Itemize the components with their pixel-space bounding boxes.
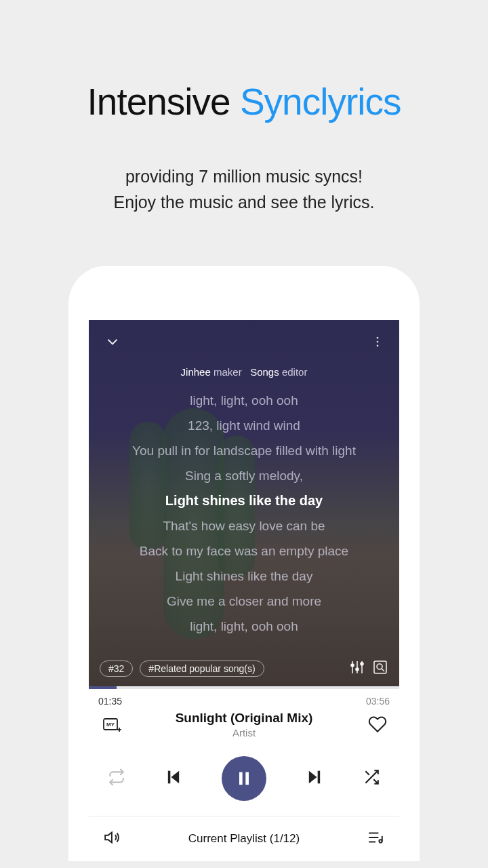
hero-sub-line1: providing 7 million music syncs! xyxy=(0,164,488,190)
current-playlist-button[interactable]: Current Playlist (1/12) xyxy=(188,832,300,846)
svg-marker-20 xyxy=(309,771,317,784)
tag-chip[interactable]: #Related popular song(s) xyxy=(140,660,264,677)
svg-marker-16 xyxy=(171,771,180,784)
shuffle-button[interactable] xyxy=(363,768,380,789)
lyrics-search-button[interactable] xyxy=(372,659,388,678)
lyric-line-current: Light shines like the day xyxy=(102,488,386,513)
lyric-line: light, light, ooh ooh xyxy=(102,388,386,413)
lyric-line: Back to my face was an empty place xyxy=(102,538,386,564)
phone-frame: Jinhee maker Songs editor light, light, … xyxy=(68,266,420,861)
svg-point-10 xyxy=(377,664,382,669)
svg-point-0 xyxy=(377,337,379,339)
now-playing: MY Sunlight (Original Mix) Artist xyxy=(89,711,399,738)
svg-rect-17 xyxy=(168,771,171,784)
svg-point-8 xyxy=(361,663,363,665)
playlist-queue-button[interactable] xyxy=(367,829,384,849)
meta-author: Jinhee xyxy=(181,366,211,378)
album-cover-area: Jinhee maker Songs editor light, light, … xyxy=(89,320,399,686)
equalizer-button[interactable] xyxy=(349,659,365,678)
lyric-line: You pull in for landscape filled with li… xyxy=(102,438,386,463)
app-screen: Jinhee maker Songs editor light, light, … xyxy=(89,320,399,861)
progress-bar[interactable] xyxy=(89,686,399,689)
lyric-line: Sing a softly melody, xyxy=(102,463,386,488)
playback-controls xyxy=(89,738,399,816)
svg-rect-21 xyxy=(318,771,321,784)
collapse-player-button[interactable] xyxy=(104,333,121,351)
lyrics-meta: Jinhee maker Songs editor xyxy=(89,366,399,378)
meta-role: maker xyxy=(214,366,242,378)
svg-rect-19 xyxy=(245,772,249,785)
svg-text:MY: MY xyxy=(106,722,115,728)
progress-fill xyxy=(89,686,117,689)
svg-marker-25 xyxy=(105,832,112,842)
time-row: 01:35 03:56 xyxy=(89,689,399,707)
svg-line-11 xyxy=(382,669,384,671)
player-topbar xyxy=(89,320,399,363)
svg-line-24 xyxy=(365,771,369,774)
next-button[interactable] xyxy=(305,768,324,789)
previous-button[interactable] xyxy=(164,768,183,789)
time-total: 03:56 xyxy=(366,696,390,707)
hero-title-part1: Intensive xyxy=(87,81,240,123)
lyric-line: Light shines like the day xyxy=(102,564,386,589)
lyric-line: light, light, ooh ooh xyxy=(102,614,386,639)
svg-point-7 xyxy=(356,668,359,671)
lyrics-panel[interactable]: light, light, ooh ooh 123, light wind wi… xyxy=(89,388,399,639)
svg-point-6 xyxy=(351,664,354,667)
lyric-line: That's how easy love can be xyxy=(102,513,386,538)
hero-title-part2: Synclyrics xyxy=(240,81,401,123)
hero-title: Intensive Synclyrics xyxy=(0,80,488,123)
hero-subtitle: providing 7 million music syncs! Enjoy t… xyxy=(0,164,488,215)
track-title: Sunlight (Original Mix) xyxy=(129,711,359,726)
track-artist: Artist xyxy=(129,727,359,738)
tag-row: #32 #Related popular song(s) xyxy=(89,659,399,678)
volume-button[interactable] xyxy=(104,829,121,849)
meta-role: editor xyxy=(282,366,308,378)
repeat-button[interactable] xyxy=(108,768,125,789)
svg-point-1 xyxy=(377,341,379,343)
more-options-button[interactable] xyxy=(371,335,384,349)
time-elapsed: 01:35 xyxy=(98,696,122,707)
play-pause-button[interactable] xyxy=(222,756,266,801)
tag-chip[interactable]: #32 xyxy=(100,660,133,677)
hero-sub-line2: Enjoy the music and see the lyrics. xyxy=(0,190,488,216)
svg-point-2 xyxy=(377,345,379,347)
meta-author: Songs xyxy=(250,366,279,378)
bottom-bar: Current Playlist (1/12) xyxy=(89,816,399,861)
lyric-line: 123, light wind wind xyxy=(102,413,386,438)
favorite-button[interactable] xyxy=(368,715,387,736)
svg-rect-9 xyxy=(374,661,386,673)
svg-rect-18 xyxy=(239,772,243,785)
lyric-line: Give me a closer and more xyxy=(102,589,386,614)
add-to-my-button[interactable]: MY xyxy=(101,715,123,739)
